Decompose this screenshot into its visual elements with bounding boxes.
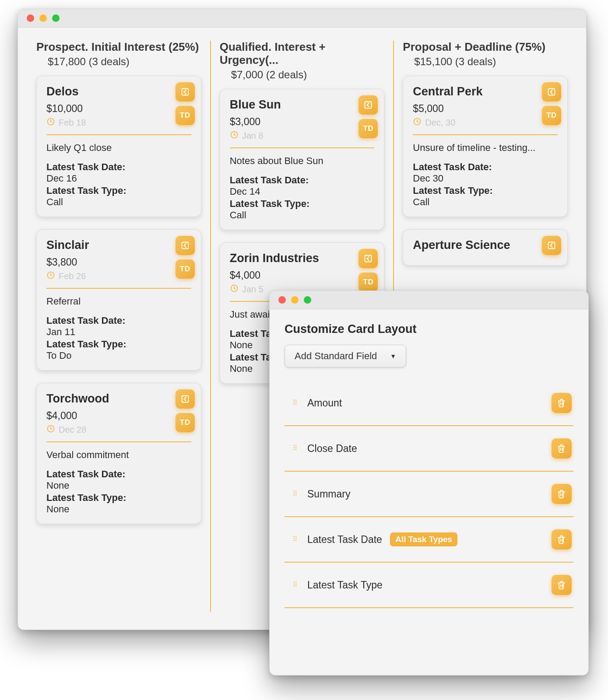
deal-card[interactable]: Delos$10,000Feb 18Likely Q1 closeLatest … [36,76,201,217]
deal-card[interactable]: Sinclair$3,800Feb 26ReferralLatest Task … [36,229,201,371]
latest-task-date-label: Latest Task Date: [230,175,375,186]
deal-card[interactable]: Torchwood$4,000Dec 28Verbal commitmentLa… [36,383,201,524]
delete-field-button[interactable] [552,575,572,595]
collapse-card-button[interactable] [176,389,195,409]
delete-field-button[interactable] [552,529,572,550]
deal-summary: Notes about Blue Sun [230,155,375,167]
deal-summary: Unsure of timeline - testing... [413,142,558,154]
deal-name: Delos [46,85,191,98]
field-label: Latest Task Date [307,534,382,546]
owner-badge[interactable]: TD [358,119,378,138]
deal-card[interactable]: Central Perk$5,000Dec, 30Unsure of timel… [403,76,568,217]
customize-title: Customize Card Layout [285,322,573,336]
delete-field-button[interactable] [552,393,572,413]
collapse-card-button[interactable] [542,82,561,102]
deal-name: Zorin Industries [230,252,375,265]
clock-icon [230,130,239,141]
delete-field-button[interactable] [552,484,572,504]
latest-task-type-value: To Do [46,350,191,361]
window-zoom-icon[interactable] [52,14,60,22]
clock-icon [413,117,422,128]
drag-handle-icon[interactable] [286,580,304,590]
latest-task-date-label: Latest Task Date: [46,161,191,173]
latest-task-type-value: Call [46,196,191,208]
titlebar [18,9,586,28]
drag-handle-icon[interactable] [286,489,304,499]
latest-task-date-value: Dec 14 [230,186,375,197]
latest-task-date-value: Dec 16 [46,173,191,184]
card-divider [46,441,191,442]
owner-badge[interactable]: TD [358,273,378,292]
deal-name: Torchwood [46,392,191,406]
add-field-label: Add Standard Field [295,350,377,362]
field-label: Amount [307,397,342,409]
latest-task-date-label: Latest Task Date: [46,469,191,480]
field-row: Latest Task DateAll Task Types [285,517,573,563]
collapse-card-button[interactable] [358,95,378,115]
owner-badge[interactable]: TD [176,259,195,279]
window-minimize-icon[interactable] [291,296,299,304]
latest-task-date-label: Latest Task Date: [413,161,558,173]
latest-task-type-label: Latest Task Type: [46,185,191,196]
deal-summary: Verbal commitment [46,449,191,461]
pipeline-column: Prospect. Initial Interest (25%)$17,800 … [28,41,210,612]
deal-name: Blue Sun [230,98,375,112]
latest-task-type-label: Latest Task Type: [230,198,375,210]
card-divider [46,134,191,135]
deal-close-date: Feb 26 [46,271,191,282]
deal-amount: $4,000 [230,270,375,281]
field-row: Amount [285,381,573,426]
collapse-card-button[interactable] [176,236,195,255]
deal-card[interactable]: Blue Sun$3,000Jan 8Notes about Blue SunL… [220,89,385,230]
owner-badge[interactable]: TD [176,413,195,432]
latest-task-type-label: Latest Task Type: [46,492,191,504]
window-minimize-icon[interactable] [39,14,47,22]
deal-name: Central Perk [413,85,558,98]
deal-amount: $3,800 [46,256,191,268]
deal-close-date: Dec 28 [46,424,191,435]
deal-summary: Likely Q1 close [46,142,191,154]
deal-amount: $4,000 [46,410,191,422]
collapse-card-button[interactable] [358,249,378,268]
window-zoom-icon[interactable] [304,296,311,304]
window-close-icon[interactable] [27,14,34,22]
deal-close-date: Feb 18 [46,117,191,128]
collapse-card-button[interactable] [542,236,561,255]
owner-badge[interactable]: TD [542,106,561,125]
latest-task-type-value: None [46,504,191,515]
deal-close-date: Jan 8 [230,130,375,141]
column-subtitle: $17,800 (3 deals) [48,56,201,68]
add-standard-field-dropdown[interactable]: Add Standard Field ▼ [285,345,406,368]
latest-task-date-value: Jan 11 [46,326,191,338]
window-close-icon[interactable] [278,296,286,304]
deal-summary: Referral [46,296,191,307]
drag-handle-icon[interactable] [286,444,304,454]
latest-task-type-label: Latest Task Type: [413,185,558,196]
customize-layout-window: Customize Card Layout Add Standard Field… [269,290,589,676]
clock-icon [230,284,239,295]
latest-task-date-value: None [46,480,191,491]
owner-badge[interactable]: TD [176,106,195,125]
clock-icon [46,424,55,435]
deal-amount: $5,000 [413,103,558,115]
delete-field-button[interactable] [552,438,572,458]
column-title: Proposal + Deadline (75%) [403,41,568,54]
latest-task-type-label: Latest Task Type: [46,339,191,350]
clock-icon [46,117,55,128]
deal-name: Sinclair [46,238,191,252]
field-row: Summary [285,472,573,517]
field-label: Close Date [307,443,357,455]
collapse-card-button[interactable] [176,82,195,102]
drag-handle-icon[interactable] [286,535,304,545]
deal-card[interactable]: Aperture Science [403,229,568,266]
field-row: Latest Task Type [285,563,573,608]
card-divider [413,134,558,135]
drag-handle-icon[interactable] [286,398,304,408]
deal-name: Aperture Science [413,238,558,252]
deal-amount: $3,000 [230,116,375,128]
field-row: Close Date [285,426,573,472]
deal-amount: $10,000 [46,103,191,115]
column-title: Prospect. Initial Interest (25%) [36,41,201,54]
field-tag[interactable]: All Task Types [390,532,457,546]
latest-task-date-value: Dec 30 [413,173,558,184]
